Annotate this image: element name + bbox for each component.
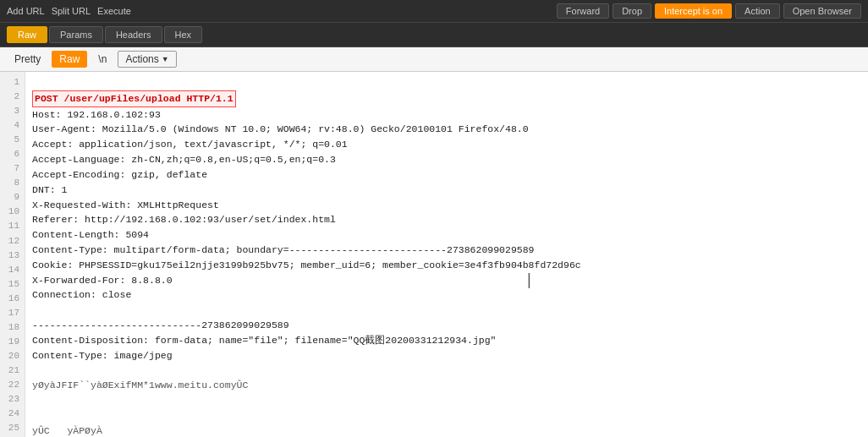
line-6: Accept-Encoding: gzip, deflate	[32, 169, 207, 180]
line-9: Referer: http://192.168.0.102:93/user/se…	[32, 214, 336, 225]
actions-btn[interactable]: Actions ▼	[118, 51, 176, 68]
open-browser-btn[interactable]: Open Browser	[783, 3, 861, 19]
subtab-pretty[interactable]: Pretty	[7, 51, 48, 68]
action-btn[interactable]: Action	[735, 3, 780, 19]
line-4: Accept: application/json, text/javascrip…	[32, 139, 348, 150]
tab-hex[interactable]: Hex	[164, 26, 203, 43]
line-numbers: 1234567891011121314151617181920212223242…	[0, 72, 25, 437]
drop-btn[interactable]: Drop	[613, 3, 651, 19]
code-content: POST /user/upFiles/upload HTTP/1.1 Host:…	[25, 72, 868, 437]
cursor-indicator: |	[525, 270, 534, 288]
line-22	[32, 410, 38, 421]
split-url-btn[interactable]: Split URL	[52, 4, 91, 18]
tab-params[interactable]: Params	[49, 26, 103, 43]
line-12: Cookie: PHPSESSID=gku175eil2njje3199b925…	[32, 259, 581, 270]
line-14: Connection: close	[32, 289, 131, 300]
line-16: -----------------------------27386209902…	[32, 320, 289, 330]
line-17: Content-Disposition: form-data; name="fi…	[32, 335, 497, 346]
line-2: Host: 192.168.0.102:93	[32, 109, 161, 120]
line-1: POST /user/upFiles/upload HTTP/1.1	[32, 93, 236, 104]
tab-headers[interactable]: Headers	[105, 26, 162, 43]
execute-btn[interactable]: Execute	[97, 4, 131, 18]
intercept-btn[interactable]: Intercept is on	[655, 3, 732, 19]
line-8: X-Requested-With: XMLHttpRequest	[32, 199, 219, 210]
top-toolbar: Add URL Split URL Execute Forward Drop I…	[0, 0, 868, 23]
line-10: Content-Length: 5094	[32, 229, 149, 240]
line-18: Content-Type: image/jpeg	[32, 350, 173, 361]
line-7: DNT: 1	[32, 184, 67, 195]
sub-toolbar: Pretty Raw \n Actions ▼	[0, 47, 868, 72]
line-5: Accept-Language: zh-CN,zh;q=0.8,en-US;q=…	[32, 154, 336, 165]
line-11: Content-Type: multipart/form-data; bound…	[32, 244, 535, 255]
line-20: yØyàJFIF``yàØExifMM*1www.meitu.comyÛC	[32, 380, 248, 391]
subtab-raw[interactable]: Raw	[52, 51, 87, 68]
line-19	[32, 364, 38, 375]
forward-btn[interactable]: Forward	[557, 3, 609, 19]
line-23: yÛC yÀPØyÀ	[32, 425, 102, 436]
request-tabs: Raw Params Headers Hex	[0, 23, 868, 47]
line-21	[32, 395, 38, 406]
add-url-btn[interactable]: Add URL	[7, 4, 45, 18]
chevron-down-icon: ▼	[162, 55, 169, 63]
line-15	[32, 304, 38, 315]
tab-raw[interactable]: Raw	[7, 26, 47, 43]
subtab-ln[interactable]: \n	[91, 51, 114, 68]
line-3: User-Agent: Mozilla/5.0 (Windows NT 10.0…	[32, 123, 529, 134]
actions-label: Actions	[125, 53, 158, 65]
line-13: X-Forwarded-For: 8.8.8.0	[32, 275, 173, 286]
